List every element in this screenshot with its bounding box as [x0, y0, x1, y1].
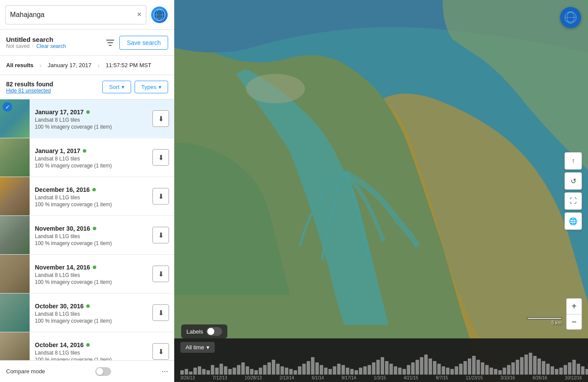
upload-button[interactable]: ↑ — [564, 152, 582, 170]
timeline-bar-item[interactable] — [228, 369, 232, 375]
timeline-bar-item[interactable] — [185, 369, 188, 375]
timeline-bar-item[interactable] — [241, 362, 245, 375]
timeline-bar-item[interactable] — [328, 369, 332, 375]
search-clear-button[interactable]: × — [137, 10, 142, 19]
timeline-bar-item[interactable] — [494, 369, 497, 375]
timeline-bar-item[interactable] — [224, 366, 227, 375]
timeline-bar-item[interactable] — [568, 362, 571, 375]
timeline-bar-item[interactable] — [193, 368, 197, 375]
timeline-bar-item[interactable] — [442, 366, 445, 375]
globe-map-button[interactable]: 🌐 — [564, 212, 582, 230]
zoom-out-button[interactable]: − — [566, 314, 582, 330]
download-button[interactable]: ⬇ — [152, 343, 169, 360]
timeline-bar-item[interactable] — [250, 369, 253, 375]
timeline-bar-item[interactable] — [307, 361, 310, 375]
clear-search-link[interactable]: Clear search — [36, 43, 66, 49]
timeline-bar-item[interactable] — [407, 365, 410, 375]
timeline-bar-item[interactable] — [341, 365, 345, 375]
timeline-bar-item[interactable] — [237, 365, 240, 375]
timeline-bar-item[interactable] — [276, 364, 280, 375]
toggle-track[interactable] — [95, 367, 111, 376]
timeline-bar-item[interactable] — [215, 368, 219, 375]
timeline-bar-item[interactable] — [246, 366, 249, 375]
result-item[interactable]: October 14, 2016 Landsat 8 L1G tiles 100… — [0, 332, 174, 360]
timeline-bar-item[interactable] — [520, 357, 524, 375]
zoom-in-button[interactable]: + — [566, 298, 582, 314]
compare-mode-toggle[interactable] — [95, 367, 111, 376]
timeline-bar-item[interactable] — [289, 369, 293, 375]
globe-location-button[interactable] — [150, 5, 169, 24]
timeline-bar-item[interactable] — [450, 369, 454, 375]
breadcrumb-date[interactable]: January 17, 2017 — [42, 56, 98, 75]
search-input-wrap[interactable]: × — [5, 5, 146, 24]
hide-unselected-link[interactable]: Hide 81 unselected — [6, 88, 53, 94]
timeline-bar-item[interactable] — [429, 358, 432, 375]
timeline-bar-item[interactable] — [572, 360, 576, 375]
timeline-bar-item[interactable] — [485, 365, 489, 375]
timeline-bar-item[interactable] — [285, 368, 288, 375]
timeline-bar-item[interactable] — [446, 368, 449, 375]
timeline-bar-item[interactable] — [206, 370, 210, 375]
timeline-bar-item[interactable] — [302, 364, 306, 375]
timeline-bar-item[interactable] — [263, 365, 267, 375]
result-item[interactable]: November 14, 2016 Landsat 8 L1G tiles 10… — [0, 255, 174, 293]
timeline-bar-item[interactable] — [320, 365, 323, 375]
timeline-bar-item[interactable] — [437, 364, 441, 375]
sort-button[interactable]: Sort ▾ — [102, 81, 131, 93]
timeline-bar-item[interactable] — [524, 355, 528, 375]
more-options-button[interactable]: ··· — [162, 367, 168, 376]
timeline-bar-item[interactable] — [577, 364, 580, 375]
timeline-bar-item[interactable] — [368, 365, 371, 375]
download-button[interactable]: ⬇ — [152, 110, 169, 127]
timeline-bar-item[interactable] — [280, 366, 284, 375]
timeline-bar-item[interactable] — [346, 368, 349, 375]
timeline-bar-item[interactable] — [551, 366, 554, 375]
timeline-bar-item[interactable] — [533, 356, 537, 375]
timeline-bar-item[interactable] — [581, 366, 585, 375]
expand-button[interactable]: ⛶ — [564, 192, 582, 210]
timeline-bar-item[interactable] — [585, 369, 588, 375]
result-item[interactable]: ✓ January 17, 2017 Landsat 8 L1G tiles 1… — [0, 99, 174, 138]
timeline-bar-item[interactable] — [472, 356, 476, 375]
save-search-button[interactable]: Save search — [119, 36, 168, 50]
timeline-bar-item[interactable] — [529, 353, 532, 375]
breadcrumb-all-results[interactable]: All results — [0, 56, 40, 75]
result-item[interactable]: October 30, 2016 Landsat 8 L1G tiles 100… — [0, 293, 174, 332]
timeline-bar-item[interactable] — [490, 368, 493, 375]
timeline-bar-item[interactable] — [350, 369, 354, 375]
search-input[interactable] — [10, 11, 137, 19]
timeline-bar-item[interactable] — [542, 361, 545, 375]
timeline-bar-item[interactable] — [455, 366, 458, 375]
timeline-bar-item[interactable] — [498, 370, 502, 375]
timeline-bar-item[interactable] — [381, 357, 384, 375]
refresh-button[interactable]: ↺ — [564, 172, 582, 190]
timeline-bar-item[interactable] — [416, 360, 419, 375]
globe-control-button[interactable] — [560, 7, 581, 28]
timeline-bar-item[interactable] — [220, 364, 223, 375]
timeline-bar-item[interactable] — [411, 362, 415, 375]
timeline-bar-item[interactable] — [555, 369, 558, 375]
timeline-bar-item[interactable] — [398, 368, 402, 375]
timeline-bar-item[interactable] — [298, 366, 301, 375]
download-button[interactable]: ⬇ — [152, 188, 169, 205]
types-button[interactable]: Types ▾ — [135, 81, 168, 93]
timeline-bar-item[interactable] — [463, 361, 467, 375]
timeline-bar-item[interactable] — [389, 364, 393, 375]
timeline-bar-item[interactable] — [294, 370, 297, 375]
timeline-bar-item[interactable] — [333, 366, 336, 375]
timeline-bar-item[interactable] — [468, 358, 471, 375]
timeline-bar-item[interactable] — [211, 365, 214, 375]
timeline-bar-item[interactable] — [337, 364, 341, 375]
timeline-bar-item[interactable] — [324, 368, 328, 375]
timeline-bar-item[interactable] — [376, 360, 380, 375]
timeline-bar-item[interactable] — [503, 368, 506, 375]
timeline-bar-item[interactable] — [507, 365, 510, 375]
timeline-bar-item[interactable] — [254, 370, 258, 375]
timeline-bar-item[interactable] — [315, 362, 319, 375]
timeline-bar-item[interactable] — [564, 365, 567, 375]
timeline-bar-item[interactable] — [259, 368, 262, 375]
timeline-bar-item[interactable] — [559, 368, 563, 375]
timeline-bar-item[interactable] — [355, 370, 358, 375]
timeline-bar-item[interactable] — [189, 372, 193, 375]
download-button[interactable]: ⬇ — [152, 304, 169, 321]
